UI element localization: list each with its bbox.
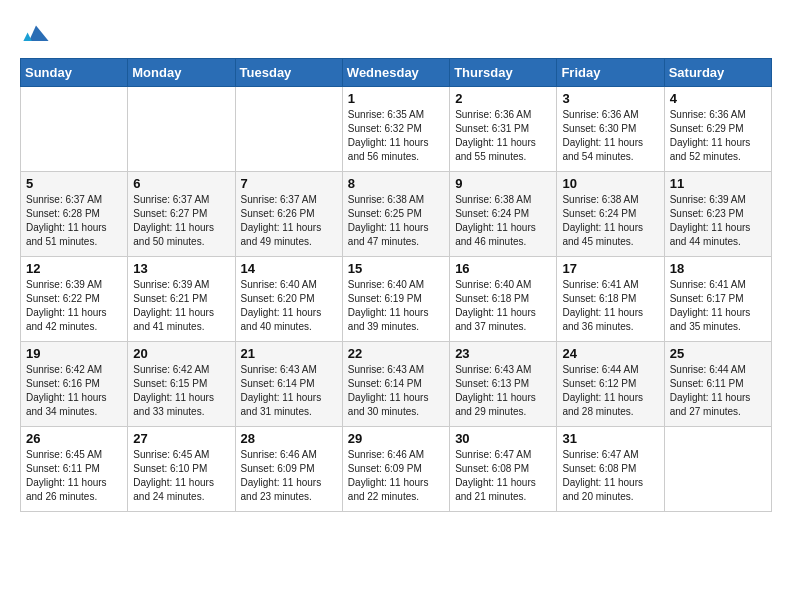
page-header <box>20 20 772 48</box>
calendar-header-row: SundayMondayTuesdayWednesdayThursdayFrid… <box>21 59 772 87</box>
calendar-cell: 20Sunrise: 6:42 AM Sunset: 6:15 PM Dayli… <box>128 342 235 427</box>
calendar-cell: 11Sunrise: 6:39 AM Sunset: 6:23 PM Dayli… <box>664 172 771 257</box>
calendar-cell: 23Sunrise: 6:43 AM Sunset: 6:13 PM Dayli… <box>450 342 557 427</box>
day-number: 31 <box>562 431 658 446</box>
day-number: 28 <box>241 431 337 446</box>
day-number: 10 <box>562 176 658 191</box>
day-info: Sunrise: 6:37 AM Sunset: 6:26 PM Dayligh… <box>241 193 337 249</box>
calendar-cell: 5Sunrise: 6:37 AM Sunset: 6:28 PM Daylig… <box>21 172 128 257</box>
calendar-cell <box>21 87 128 172</box>
calendar-cell: 19Sunrise: 6:42 AM Sunset: 6:16 PM Dayli… <box>21 342 128 427</box>
logo-icon <box>22 20 50 48</box>
column-header-sunday: Sunday <box>21 59 128 87</box>
column-header-wednesday: Wednesday <box>342 59 449 87</box>
calendar-cell: 17Sunrise: 6:41 AM Sunset: 6:18 PM Dayli… <box>557 257 664 342</box>
day-number: 15 <box>348 261 444 276</box>
day-info: Sunrise: 6:39 AM Sunset: 6:22 PM Dayligh… <box>26 278 122 334</box>
day-info: Sunrise: 6:36 AM Sunset: 6:31 PM Dayligh… <box>455 108 551 164</box>
day-info: Sunrise: 6:38 AM Sunset: 6:25 PM Dayligh… <box>348 193 444 249</box>
day-number: 9 <box>455 176 551 191</box>
calendar-cell <box>235 87 342 172</box>
day-info: Sunrise: 6:38 AM Sunset: 6:24 PM Dayligh… <box>562 193 658 249</box>
day-info: Sunrise: 6:36 AM Sunset: 6:30 PM Dayligh… <box>562 108 658 164</box>
day-info: Sunrise: 6:46 AM Sunset: 6:09 PM Dayligh… <box>348 448 444 504</box>
day-info: Sunrise: 6:37 AM Sunset: 6:27 PM Dayligh… <box>133 193 229 249</box>
day-number: 2 <box>455 91 551 106</box>
day-info: Sunrise: 6:43 AM Sunset: 6:14 PM Dayligh… <box>348 363 444 419</box>
day-info: Sunrise: 6:39 AM Sunset: 6:21 PM Dayligh… <box>133 278 229 334</box>
calendar-cell: 21Sunrise: 6:43 AM Sunset: 6:14 PM Dayli… <box>235 342 342 427</box>
svg-marker-0 <box>29 26 49 41</box>
calendar-cell: 15Sunrise: 6:40 AM Sunset: 6:19 PM Dayli… <box>342 257 449 342</box>
day-info: Sunrise: 6:44 AM Sunset: 6:11 PM Dayligh… <box>670 363 766 419</box>
day-number: 22 <box>348 346 444 361</box>
column-header-tuesday: Tuesday <box>235 59 342 87</box>
calendar-cell <box>664 427 771 512</box>
calendar-week-row: 19Sunrise: 6:42 AM Sunset: 6:16 PM Dayli… <box>21 342 772 427</box>
day-info: Sunrise: 6:40 AM Sunset: 6:18 PM Dayligh… <box>455 278 551 334</box>
calendar-cell: 8Sunrise: 6:38 AM Sunset: 6:25 PM Daylig… <box>342 172 449 257</box>
day-info: Sunrise: 6:46 AM Sunset: 6:09 PM Dayligh… <box>241 448 337 504</box>
day-number: 3 <box>562 91 658 106</box>
calendar-week-row: 26Sunrise: 6:45 AM Sunset: 6:11 PM Dayli… <box>21 427 772 512</box>
day-info: Sunrise: 6:47 AM Sunset: 6:08 PM Dayligh… <box>455 448 551 504</box>
day-number: 23 <box>455 346 551 361</box>
calendar-cell: 14Sunrise: 6:40 AM Sunset: 6:20 PM Dayli… <box>235 257 342 342</box>
day-info: Sunrise: 6:36 AM Sunset: 6:29 PM Dayligh… <box>670 108 766 164</box>
calendar-week-row: 1Sunrise: 6:35 AM Sunset: 6:32 PM Daylig… <box>21 87 772 172</box>
day-number: 26 <box>26 431 122 446</box>
day-info: Sunrise: 6:40 AM Sunset: 6:20 PM Dayligh… <box>241 278 337 334</box>
calendar-cell: 2Sunrise: 6:36 AM Sunset: 6:31 PM Daylig… <box>450 87 557 172</box>
calendar-cell: 7Sunrise: 6:37 AM Sunset: 6:26 PM Daylig… <box>235 172 342 257</box>
column-header-saturday: Saturday <box>664 59 771 87</box>
calendar-cell: 12Sunrise: 6:39 AM Sunset: 6:22 PM Dayli… <box>21 257 128 342</box>
calendar-cell: 18Sunrise: 6:41 AM Sunset: 6:17 PM Dayli… <box>664 257 771 342</box>
day-number: 14 <box>241 261 337 276</box>
column-header-thursday: Thursday <box>450 59 557 87</box>
day-number: 19 <box>26 346 122 361</box>
calendar-cell: 24Sunrise: 6:44 AM Sunset: 6:12 PM Dayli… <box>557 342 664 427</box>
day-number: 25 <box>670 346 766 361</box>
day-number: 11 <box>670 176 766 191</box>
day-number: 27 <box>133 431 229 446</box>
calendar-cell: 27Sunrise: 6:45 AM Sunset: 6:10 PM Dayli… <box>128 427 235 512</box>
day-number: 17 <box>562 261 658 276</box>
calendar-week-row: 12Sunrise: 6:39 AM Sunset: 6:22 PM Dayli… <box>21 257 772 342</box>
day-info: Sunrise: 6:38 AM Sunset: 6:24 PM Dayligh… <box>455 193 551 249</box>
calendar-cell: 1Sunrise: 6:35 AM Sunset: 6:32 PM Daylig… <box>342 87 449 172</box>
day-number: 12 <box>26 261 122 276</box>
day-info: Sunrise: 6:47 AM Sunset: 6:08 PM Dayligh… <box>562 448 658 504</box>
day-number: 16 <box>455 261 551 276</box>
day-info: Sunrise: 6:43 AM Sunset: 6:14 PM Dayligh… <box>241 363 337 419</box>
day-info: Sunrise: 6:40 AM Sunset: 6:19 PM Dayligh… <box>348 278 444 334</box>
day-info: Sunrise: 6:35 AM Sunset: 6:32 PM Dayligh… <box>348 108 444 164</box>
calendar-cell: 31Sunrise: 6:47 AM Sunset: 6:08 PM Dayli… <box>557 427 664 512</box>
svg-marker-1 <box>23 33 31 41</box>
column-header-friday: Friday <box>557 59 664 87</box>
calendar-cell: 13Sunrise: 6:39 AM Sunset: 6:21 PM Dayli… <box>128 257 235 342</box>
calendar-cell: 4Sunrise: 6:36 AM Sunset: 6:29 PM Daylig… <box>664 87 771 172</box>
day-info: Sunrise: 6:43 AM Sunset: 6:13 PM Dayligh… <box>455 363 551 419</box>
day-number: 4 <box>670 91 766 106</box>
day-number: 7 <box>241 176 337 191</box>
day-info: Sunrise: 6:41 AM Sunset: 6:17 PM Dayligh… <box>670 278 766 334</box>
day-number: 6 <box>133 176 229 191</box>
calendar-week-row: 5Sunrise: 6:37 AM Sunset: 6:28 PM Daylig… <box>21 172 772 257</box>
day-info: Sunrise: 6:45 AM Sunset: 6:10 PM Dayligh… <box>133 448 229 504</box>
day-number: 1 <box>348 91 444 106</box>
calendar-cell: 6Sunrise: 6:37 AM Sunset: 6:27 PM Daylig… <box>128 172 235 257</box>
day-info: Sunrise: 6:42 AM Sunset: 6:16 PM Dayligh… <box>26 363 122 419</box>
day-number: 13 <box>133 261 229 276</box>
day-number: 21 <box>241 346 337 361</box>
calendar-table: SundayMondayTuesdayWednesdayThursdayFrid… <box>20 58 772 512</box>
day-number: 8 <box>348 176 444 191</box>
day-number: 20 <box>133 346 229 361</box>
calendar-cell: 22Sunrise: 6:43 AM Sunset: 6:14 PM Dayli… <box>342 342 449 427</box>
day-number: 5 <box>26 176 122 191</box>
day-number: 24 <box>562 346 658 361</box>
calendar-cell: 9Sunrise: 6:38 AM Sunset: 6:24 PM Daylig… <box>450 172 557 257</box>
day-number: 29 <box>348 431 444 446</box>
calendar-cell: 28Sunrise: 6:46 AM Sunset: 6:09 PM Dayli… <box>235 427 342 512</box>
calendar-cell: 3Sunrise: 6:36 AM Sunset: 6:30 PM Daylig… <box>557 87 664 172</box>
day-info: Sunrise: 6:42 AM Sunset: 6:15 PM Dayligh… <box>133 363 229 419</box>
